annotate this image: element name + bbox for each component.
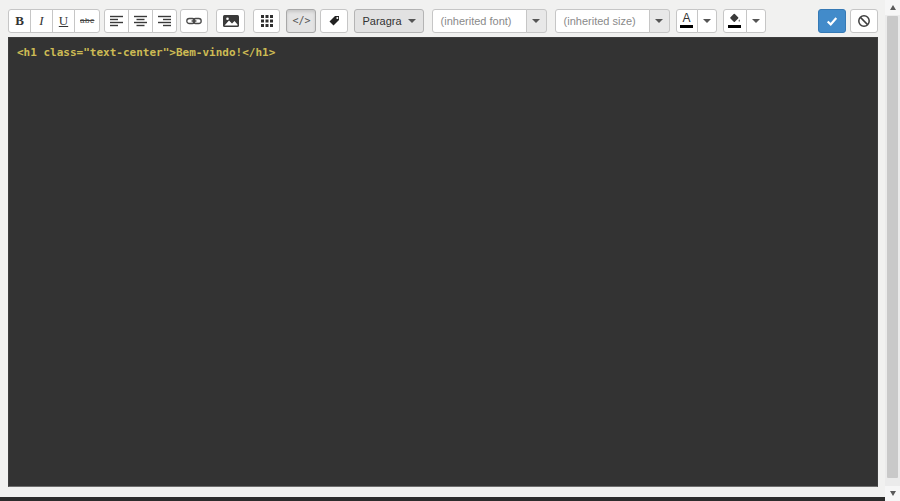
strikethrough-button[interactable]: abc <box>74 9 100 33</box>
font-size-value: (inherited size) <box>564 15 636 27</box>
forecolor-group: A <box>676 9 717 33</box>
codeview-icon: </> <box>292 15 310 26</box>
chevron-down-icon <box>752 19 760 23</box>
tag-icon <box>328 14 341 27</box>
forecolor-icon: A <box>680 13 693 28</box>
backcolor-button[interactable] <box>723 9 747 33</box>
link-icon <box>186 15 202 27</box>
font-size-select[interactable]: (inherited size) <box>555 9 650 33</box>
italic-button[interactable]: I <box>30 9 53 33</box>
font-size-group: (inherited size) <box>555 9 670 33</box>
italic-icon: I <box>39 13 43 29</box>
tag-button[interactable] <box>320 9 348 33</box>
codeview-button[interactable]: </> <box>286 9 316 33</box>
scroll-down-button[interactable] <box>885 486 900 501</box>
paragraph-style-dropdown[interactable]: Paragra <box>354 9 423 33</box>
align-center-button[interactable] <box>128 9 153 33</box>
editor-toolbar: B I U abc <box>8 8 878 33</box>
image-button[interactable] <box>216 9 245 33</box>
strikethrough-icon: abc <box>80 16 94 25</box>
chevron-down-icon <box>703 19 711 23</box>
alignment-group <box>104 9 177 33</box>
forecolor-caret-button[interactable] <box>697 9 717 33</box>
scrollbar-thumb[interactable] <box>887 16 898 478</box>
backcolor-group <box>723 9 766 33</box>
scroll-up-icon <box>890 5 896 10</box>
font-family-caret-button[interactable] <box>526 9 547 33</box>
image-icon <box>223 15 239 27</box>
below-fold-dark-panel <box>0 497 885 501</box>
chevron-down-icon <box>408 19 416 23</box>
underline-button[interactable]: U <box>52 9 75 33</box>
scroll-down-icon <box>890 491 896 496</box>
page-scrollbar <box>885 0 900 501</box>
bold-button[interactable]: B <box>8 9 31 33</box>
underline-icon: U <box>59 13 68 29</box>
checkmark-icon <box>826 15 838 27</box>
cancel-button[interactable] <box>850 9 878 33</box>
table-grid-icon <box>261 15 273 27</box>
align-right-button[interactable] <box>152 9 177 33</box>
align-right-icon <box>158 15 171 27</box>
align-center-icon <box>134 15 147 27</box>
ban-icon <box>857 14 871 28</box>
code-line: <h1 class="text-center">Bem-vindo!</h1> <box>17 46 869 59</box>
font-size-caret-button[interactable] <box>649 9 670 33</box>
paragraph-style-label: Paragra <box>362 15 401 27</box>
font-family-select[interactable]: (inherited font) <box>432 9 527 33</box>
align-left-button[interactable] <box>104 9 129 33</box>
table-button[interactable] <box>253 9 280 33</box>
backcolor-caret-button[interactable] <box>746 9 766 33</box>
code-editor-textarea[interactable]: <h1 class="text-center">Bem-vindo!</h1> <box>8 37 878 487</box>
paint-bucket-icon <box>728 13 741 28</box>
font-family-group: (inherited font) <box>432 9 547 33</box>
link-button[interactable] <box>180 9 208 33</box>
save-button[interactable] <box>818 9 846 33</box>
scroll-up-button[interactable] <box>885 0 900 15</box>
align-left-icon <box>110 15 123 27</box>
bold-icon: B <box>15 13 24 29</box>
chevron-down-icon <box>655 19 663 23</box>
text-style-group: B I U abc <box>8 9 100 33</box>
forecolor-button[interactable]: A <box>676 9 698 33</box>
chevron-down-icon <box>532 19 540 23</box>
font-family-value: (inherited font) <box>441 15 512 27</box>
